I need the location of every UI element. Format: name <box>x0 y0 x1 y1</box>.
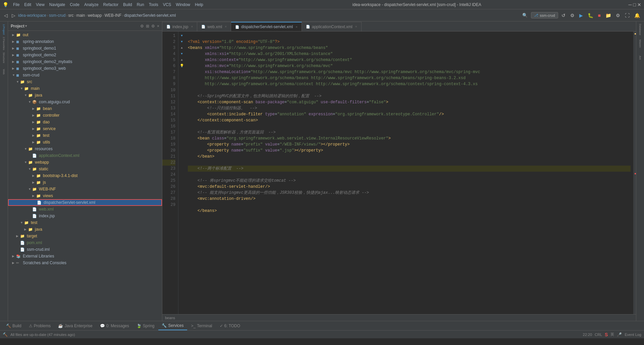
panel-icon-close[interactable]: × <box>157 24 159 28</box>
breadcrumb-webapp[interactable]: webapp <box>88 13 102 18</box>
tree-item-webinf[interactable]: ▼ 📁 WEB-INF <box>8 186 162 192</box>
menu-refactor[interactable]: Refactor <box>101 2 120 8</box>
menu-file[interactable]: File <box>11 2 21 8</box>
tree-item-webapp[interactable]: ▼ 📁 webapp <box>8 159 162 166</box>
tree-item-utils[interactable]: ▶ 📁 utils <box>8 139 162 146</box>
menu-tools[interactable]: Tools <box>147 2 160 8</box>
minimize-button[interactable]: ─ <box>629 2 632 7</box>
tree-item-controller[interactable]: ▶ 📁 controller <box>8 112 162 119</box>
breadcrumb-src[interactable]: src <box>68 13 73 18</box>
open-folder-icon[interactable]: 📁 <box>604 12 612 19</box>
tree-item-package[interactable]: ▼ 📦 com.atguigu.crud <box>8 99 162 105</box>
tree-item-scratches[interactable]: ▶ ✏ Scratches and Consoles <box>8 260 162 266</box>
close-button[interactable]: ✕ <box>637 2 641 7</box>
menu-build[interactable]: Build <box>121 2 134 8</box>
forward-icon[interactable]: ▷ <box>10 12 17 19</box>
tree-item-js[interactable]: ▶ 📁 js <box>8 179 162 186</box>
settings-icon[interactable]: ⚙ <box>614 12 622 19</box>
maximize-button[interactable]: □ <box>633 2 636 7</box>
tree-item-appcontext[interactable]: ▶ 📄 applicationContext.xml <box>8 152 162 159</box>
sync-icon[interactable]: ↺ <box>560 12 567 19</box>
tree-item-test-java[interactable]: ▶ 📁 java <box>8 226 162 233</box>
encoding-indicator[interactable]: CRL <box>595 333 602 337</box>
sidebar-web-icon[interactable]: Web <box>1 68 7 75</box>
tree-item-bootstrap[interactable]: ▶ 📁 bootstrap-3.4.1-dist <box>8 172 162 179</box>
tree-item-iml[interactable]: ▶ 📄 ssm-crud.iml <box>8 246 162 253</box>
build-project-icon[interactable]: ⚙ <box>569 12 576 19</box>
tree-item-out[interactable]: ▶ 📁 out <box>8 32 162 38</box>
tree-item-bean[interactable]: ▶ 📁 bean <box>8 105 162 112</box>
sidebar-favorites-icon[interactable]: 2:Favorites <box>1 40 7 47</box>
tab-index-jsp[interactable]: 📄 index.jsp × <box>162 22 197 31</box>
tree-item-target[interactable]: ▶ 📁 target <box>8 233 162 239</box>
back-icon[interactable]: ◁ <box>3 12 9 19</box>
tree-item-springboot-demo2-mybatis[interactable]: ▶ ◼ springboot_demo2_mybatis <box>8 58 162 65</box>
breadcrumb-webinf[interactable]: WEB-INF <box>104 13 121 18</box>
tree-item-test-folder[interactable]: ▶ 📁 test <box>8 132 162 139</box>
tree-item-springboot-demo3[interactable]: ▶ ◼ springboot_demo3_web <box>8 65 162 72</box>
mic-icon[interactable]: 🎤 <box>617 332 622 337</box>
tree-item-dao[interactable]: ▶ 📁 dao <box>8 119 162 125</box>
bottom-tab-messages[interactable]: 💬 0: Messages <box>97 321 132 330</box>
sidebar-structure-icon[interactable]: Structure <box>1 54 7 61</box>
tree-item-indexjsp[interactable]: ▶ 📄 index.jsp <box>8 213 162 219</box>
notifications-icon[interactable]: 🔔 <box>633 12 641 19</box>
panel-icon-layout[interactable]: ⊞ <box>146 24 149 28</box>
menu-navigate[interactable]: Navigate <box>47 2 67 8</box>
run-icon[interactable]: ▶ <box>578 12 584 19</box>
editor-scrollbar[interactable] <box>633 32 636 314</box>
bottom-tab-java-enterprise[interactable]: ☕ Java Enterprise <box>55 321 96 330</box>
menu-run[interactable]: Run <box>135 2 146 8</box>
branch-button[interactable]: ⎇ ssm-crud <box>531 12 558 18</box>
right-sidebar-database[interactable]: Database <box>637 26 644 33</box>
tab-web-xml[interactable]: 📄 web.xml × <box>197 22 231 31</box>
breadcrumb-file[interactable]: dispatcherServlet-servlet.xml <box>124 13 176 18</box>
right-sidebar-maven[interactable]: Maven <box>637 40 644 47</box>
tree-item-springboot-demo1[interactable]: ▶ ◼ springboot_demo1 <box>8 45 162 52</box>
menu-view[interactable]: View <box>34 2 47 8</box>
breadcrumb-main[interactable]: main <box>76 13 85 18</box>
menu-help[interactable]: Help <box>193 2 205 8</box>
bottom-tab-todo[interactable]: ✓ 6: TODO <box>216 321 244 330</box>
tree-item-resources[interactable]: ▼ 📁 resources <box>8 146 162 152</box>
code-content[interactable]: <?xml version="1.0" encoding="UTF-8"?> <… <box>185 32 633 314</box>
menu-code[interactable]: Code <box>68 2 82 8</box>
tab-close-icon[interactable]: × <box>355 25 357 28</box>
tab-close-icon[interactable]: × <box>225 25 227 28</box>
tree-item-webxml[interactable]: ▶ 📄 web.xml <box>8 206 162 213</box>
tree-item-external-libs[interactable]: ▶ 📚 External Libraries <box>8 253 162 260</box>
stop-icon[interactable]: ■ <box>597 12 602 19</box>
tree-item-static[interactable]: ▼ 📁 static <box>8 166 162 172</box>
menu-window[interactable]: Window <box>174 2 192 8</box>
build-status-icon[interactable]: 🔨 <box>3 332 8 337</box>
menu-edit[interactable]: Edit <box>22 2 33 8</box>
bottom-tab-services[interactable]: 🔧 Services <box>158 321 187 330</box>
tree-item-dispatcher-servlet[interactable]: ▶ 📄 dispatcherServlet-servlet.xml <box>8 199 162 206</box>
tab-close-icon[interactable]: × <box>191 25 193 28</box>
tree-item-ssm-crud[interactable]: ▼ ◼ ssm-crud <box>8 72 162 78</box>
tree-item-spring-annotation[interactable]: ▶ ◼ spring-annotation <box>8 38 162 45</box>
breadcrumb-ssm-crud[interactable]: ssm-crud <box>49 13 65 18</box>
menu-analyze[interactable]: Analyze <box>82 2 101 8</box>
tree-item-pomxml[interactable]: ▶ 📄 pom.xml <box>8 239 162 246</box>
tree-item-views[interactable]: ▶ 📁 views <box>8 192 162 199</box>
tree-item-service[interactable]: ▶ 📁 service <box>8 125 162 132</box>
tree-item-src[interactable]: ▼ 📁 src <box>8 78 162 85</box>
tree-item-test-src[interactable]: ▼ 📁 test <box>8 219 162 226</box>
debug-icon[interactable]: 🐛 <box>586 12 595 19</box>
panel-icon-gear[interactable]: ⚙ <box>151 24 155 28</box>
right-sidebar-ant[interactable]: Ant <box>637 54 644 61</box>
tab-appcontext[interactable]: 📄 applicationContext.xml × <box>302 22 362 31</box>
bottom-tab-problems[interactable]: ⚠ Problems <box>25 321 54 330</box>
tab-dispatcher-servlet[interactable]: 📄 dispatcherServlet-servlet.xml × <box>231 22 302 31</box>
tree-item-springboot-demo2[interactable]: ▶ ◼ springboot_demo2 <box>8 52 162 58</box>
tree-item-java[interactable]: ▼ 📁 java <box>8 92 162 99</box>
language-indicator[interactable]: 英 <box>610 332 614 337</box>
bottom-tab-terminal[interactable]: >_ Terminal <box>188 321 216 330</box>
bottom-tab-spring[interactable]: 🍃 Spring <box>133 321 158 330</box>
fullscreen-icon[interactable]: ⛶ <box>624 12 631 19</box>
search-everywhere-icon[interactable]: 🔍 <box>521 12 529 18</box>
sidebar-project-icon[interactable]: 1:Project <box>1 26 7 33</box>
notifications-label[interactable]: Event Log <box>625 333 641 337</box>
menu-vcs[interactable]: VCS <box>161 2 173 8</box>
